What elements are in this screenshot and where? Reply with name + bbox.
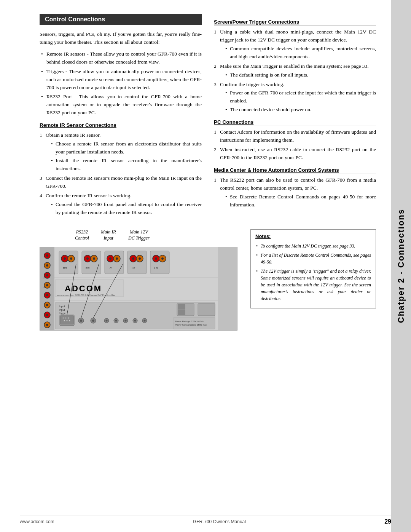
svg-rect-61 bbox=[61, 316, 73, 324]
svg-text:RS: RS bbox=[63, 267, 67, 270]
label-main-ir: Main IR Input bbox=[101, 229, 116, 241]
ir-step-4-subs: Conceal the GFR-700 front panel and atte… bbox=[46, 201, 202, 217]
note-1: To configure the Main 12V DC trigger, se… bbox=[255, 243, 371, 249]
svg-point-13 bbox=[46, 304, 48, 306]
receiver-diagram: RS RL RS bbox=[40, 247, 237, 331]
svg-point-69 bbox=[80, 320, 82, 322]
trigger-numbered-list: 1 Using a cable with dual mono mini-plug… bbox=[214, 28, 376, 114]
page: Chatper 2 - Connections Control Connecti… bbox=[0, 0, 411, 532]
svg-rect-29 bbox=[82, 251, 101, 274]
svg-point-51 bbox=[161, 257, 164, 260]
ir-sub-4-1: Conceal the GFR-700 front panel and atte… bbox=[50, 201, 202, 217]
pc-step-1: 1 Contact Adcom for information on the a… bbox=[214, 128, 376, 144]
svg-point-33 bbox=[93, 257, 95, 260]
trigger-sub-3b: The connected device should power on. bbox=[225, 106, 376, 114]
notes-list: To configure the Main 12V DC trigger, se… bbox=[255, 243, 371, 302]
footer-website: www.adcom.com bbox=[20, 519, 54, 524]
media-step-1: 1 The RS232 port can also be used to con… bbox=[214, 176, 376, 209]
svg-point-49 bbox=[155, 257, 157, 260]
trigger-sub-2: The default setting is on for all inputs… bbox=[225, 71, 376, 79]
trigger-sub-1: Common compatible devices include amplif… bbox=[225, 45, 376, 61]
subsection-title-media: Media Center & Home Automation Control S… bbox=[214, 167, 376, 174]
left-column: Control Connections Sensors, triggers, a… bbox=[40, 14, 202, 220]
section-title: Control Connections bbox=[40, 14, 202, 25]
svg-rect-85 bbox=[198, 304, 215, 316]
ir-step-4: 4 Confirm the remote IR sensor is workin… bbox=[40, 192, 202, 217]
trigger-sub-3a: Power on the GFR-700 or select the input… bbox=[225, 89, 376, 105]
svg-point-39 bbox=[116, 257, 118, 260]
svg-point-65 bbox=[64, 320, 65, 321]
svg-point-3 bbox=[46, 254, 48, 257]
pc-numbered-list: 1 Contact Adcom for information on the a… bbox=[214, 128, 376, 162]
svg-point-7 bbox=[46, 274, 48, 276]
ir-step-1-subs: Choose a remote IR sensor from an electr… bbox=[46, 140, 202, 173]
svg-point-71 bbox=[92, 320, 94, 322]
svg-point-37 bbox=[109, 257, 112, 260]
note-3: The 12V trigger is simply a "trigger" an… bbox=[255, 268, 371, 302]
label-rs232: RS232 Control bbox=[75, 229, 89, 241]
bullet-rs232: RS232 Port - This allows you to control … bbox=[40, 93, 202, 117]
svg-rect-83 bbox=[178, 304, 185, 310]
right-column: Screen/Power Trigger Connections 1 Using… bbox=[214, 14, 376, 220]
svg-text:Input: Input bbox=[59, 308, 65, 312]
trigger-step-1: 1 Using a cable with dual mono mini-plug… bbox=[214, 28, 376, 61]
intro-bullet-list: Remote IR sensors - These allow you to c… bbox=[40, 50, 202, 117]
svg-point-81 bbox=[144, 320, 146, 322]
subsection-title-ir: Remote IR Sensor Connections bbox=[40, 122, 202, 129]
svg-point-27 bbox=[70, 257, 72, 260]
svg-text:Power Ratings: 120V / 60Hz: Power Ratings: 120V / 60Hz bbox=[175, 320, 204, 323]
svg-rect-23 bbox=[59, 251, 78, 274]
pc-step-2: 2 When instructed, use an RS232 cable to… bbox=[214, 146, 376, 162]
media-sub-1: See Discrete Remote Control Commands on … bbox=[225, 193, 376, 209]
svg-point-5 bbox=[46, 264, 48, 267]
ir-sub-2: Install the remote IR sensor according t… bbox=[50, 157, 202, 173]
svg-point-17 bbox=[46, 324, 48, 326]
svg-point-75 bbox=[115, 320, 117, 322]
side-tab-text: Chatper 2 - Connections bbox=[396, 209, 406, 323]
bullet-triggers: Triggers - These allow you to automatica… bbox=[40, 68, 202, 92]
content-area: Control Connections Sensors, triggers, a… bbox=[20, 0, 391, 344]
svg-text:Input: Input bbox=[59, 305, 65, 308]
subsection-title-trigger: Screen/Power Trigger Connections bbox=[214, 19, 376, 26]
svg-point-45 bbox=[139, 257, 141, 260]
svg-point-31 bbox=[86, 257, 89, 260]
svg-text:Power Consumption: 2500 max: Power Consumption: 2500 max bbox=[175, 324, 207, 326]
bullet-ir-sensors: Remote IR sensors - These allow you to c… bbox=[40, 50, 202, 66]
two-column-layout: Control Connections Sensors, triggers, a… bbox=[40, 14, 376, 220]
footer-manual: GFR-700 Owner's Manual bbox=[193, 519, 246, 524]
notes-box: Notes: To configure the Main 12V DC trig… bbox=[250, 229, 376, 308]
trigger-step-3: 3 Confirm the trigger is working. Power … bbox=[214, 81, 376, 114]
diagram-area: RS232 Control Main IR Input Main 12V DC … bbox=[40, 229, 241, 331]
footer: www.adcom.com GFR-700 Owner's Manual 29 bbox=[20, 516, 391, 525]
svg-point-67 bbox=[69, 320, 70, 321]
svg-point-25 bbox=[64, 257, 66, 260]
ir-step-3: 3 Connect the remote IR sensor's mono mi… bbox=[40, 174, 202, 190]
svg-point-73 bbox=[106, 320, 108, 322]
svg-rect-84 bbox=[178, 310, 185, 315]
svg-text:C: C bbox=[110, 267, 112, 270]
trigger-step-2: 2 Make sure the Main Trigger is enabled … bbox=[214, 62, 376, 79]
svg-point-77 bbox=[125, 320, 127, 322]
svg-text:ADCOM: ADCOM bbox=[65, 284, 102, 293]
ir-step-1: 1 Obtain a remote IR sensor. Choose a re… bbox=[40, 131, 202, 173]
svg-point-11 bbox=[46, 294, 48, 296]
ir-numbered-list: 1 Obtain a remote IR sensor. Choose a re… bbox=[40, 131, 202, 216]
label-main-12v: Main 12V DC Trigger bbox=[128, 229, 150, 241]
ir-sub-1: Choose a remote IR sensor from an electr… bbox=[50, 140, 202, 156]
note-2: For a list of Discrete Remote Control Co… bbox=[255, 252, 371, 265]
svg-rect-47 bbox=[150, 251, 169, 274]
svg-point-62 bbox=[63, 318, 64, 319]
svg-point-43 bbox=[132, 257, 134, 260]
svg-rect-41 bbox=[127, 251, 147, 274]
footer-page: 29 bbox=[384, 518, 391, 525]
svg-text:LS: LS bbox=[154, 267, 158, 270]
bottom-area: RS232 Control Main IR Input Main 12V DC … bbox=[40, 229, 376, 331]
svg-text:RS: RS bbox=[43, 276, 46, 279]
subsection-title-pc: PC Connections bbox=[214, 119, 376, 126]
svg-text:RL: RL bbox=[43, 286, 46, 289]
side-tab: Chatper 2 - Connections bbox=[391, 0, 411, 532]
svg-rect-86 bbox=[173, 318, 215, 329]
svg-text:trigger: trigger bbox=[59, 312, 67, 315]
intro-text: Sensors, triggers, and PCs, oh my. If yo… bbox=[40, 30, 202, 46]
notes-title: Notes: bbox=[255, 233, 371, 240]
